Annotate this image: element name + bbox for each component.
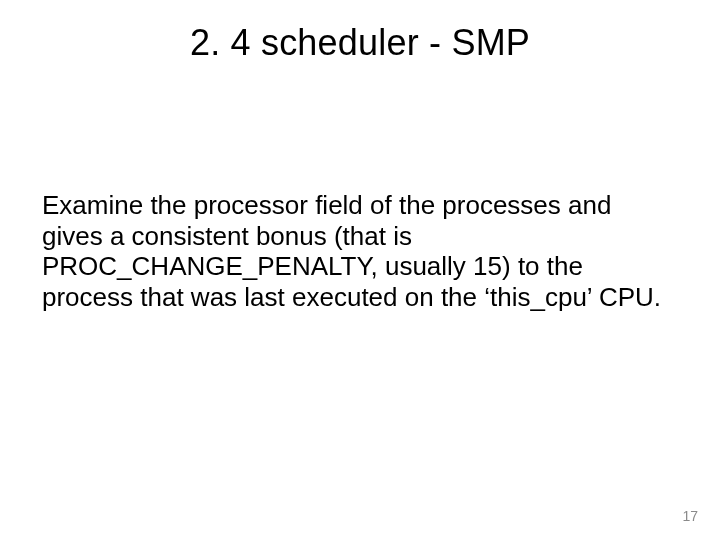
slide: 2. 4 scheduler - SMP Examine the process… xyxy=(0,0,720,540)
slide-body-text: Examine the processor field of the proce… xyxy=(42,190,662,313)
slide-title: 2. 4 scheduler - SMP xyxy=(0,22,720,64)
page-number: 17 xyxy=(682,508,698,524)
